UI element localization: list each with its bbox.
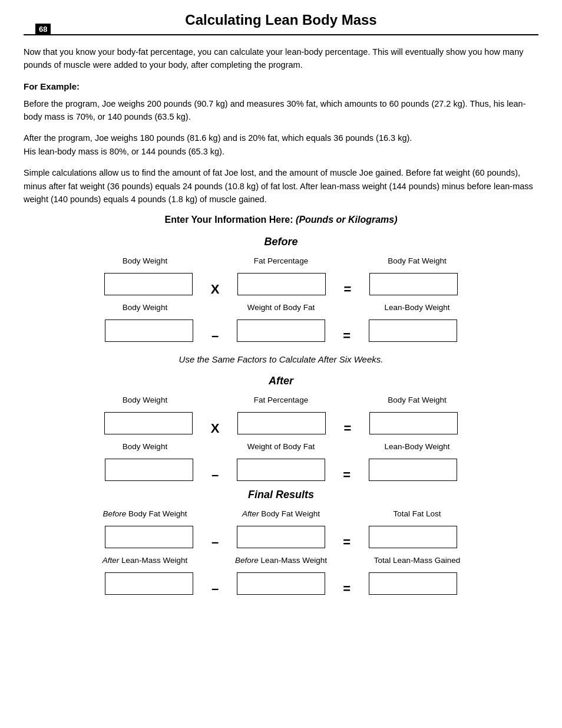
final-row1-operator: – [211,535,219,550]
before-title: Before [24,236,538,248]
after-fat-percentage-input[interactable] [237,412,326,434]
after-row2-col2-label: Weight of Body Fat [247,442,315,451]
enter-info-header: Enter Your Information Here: (Pounds or … [24,215,538,225]
final-before-fat-weight-input[interactable] [105,526,193,548]
after-row1-labels: Body Weight Fat Percentage Body Fat Weig… [24,396,538,407]
after-row1-col1-label: Body Weight [123,396,167,404]
final-row2-inputs: – = [24,571,538,597]
final-results-section: Final Results Before Body Fat Weight Aft… [24,489,538,597]
final-before-lean-mass-input[interactable] [237,572,325,595]
title-divider [24,34,538,35]
after-lean-body-weight-input[interactable] [369,459,457,481]
before-section: Before Body Weight Fat Percentage Body F… [24,236,538,344]
example-paragraph-3: Simple calculations allow us to find the… [24,166,538,206]
page-title: Calculating Lean Body Mass [24,12,538,28]
final-row2-equals: = [343,581,351,597]
final-row2-col1-label: After Lean-Mass Weight [103,556,188,565]
before-row1-labels: Body Weight Fat Percentage Body Fat Weig… [24,256,538,268]
final-row1-equals: = [343,535,351,550]
final-row1-col2-label: After Body Fat Weight [242,509,320,518]
page-number: 68 [35,24,51,35]
after-weight-of-body-fat-input[interactable] [237,459,325,481]
final-total-fat-lost-input[interactable] [369,526,457,548]
before-row2-operator: – [211,328,219,344]
final-row2-col2-label: Before Lean-Mass Weight [235,556,327,565]
before-body-fat-weight-input[interactable] [369,273,458,295]
intro-paragraph: Now that you know your body-fat percenta… [24,46,538,72]
final-row1-col3-label: Total Fat Lost [393,509,441,518]
after-section: After Body Weight Fat Percentage Body Fa… [24,375,538,483]
after-body-weight-2-input[interactable] [105,459,193,481]
after-row1-col3-label: Body Fat Weight [388,396,447,404]
example-paragraph-2: After the program, Joe weighs 180 pounds… [24,131,538,158]
final-after-fat-weight-input[interactable] [237,526,325,548]
after-row1-equals: = [343,421,351,436]
final-row2-labels: After Lean-Mass Weight Before Lean-Mass … [24,556,538,567]
before-body-weight-input[interactable] [104,273,193,295]
after-row2-equals: = [343,467,351,483]
before-row1-col3-label: Body Fat Weight [388,256,447,265]
after-row2-labels: Body Weight Weight of Body Fat Lean-Body… [24,442,538,453]
before-row1-operator: X [211,282,220,297]
before-row1-col1-label: Body Weight [123,256,167,265]
after-row2-col3-label: Lean-Body Weight [385,442,450,451]
after-title: After [24,375,538,387]
after-body-fat-weight-input[interactable] [369,412,458,434]
before-fat-percentage-input[interactable] [237,273,326,295]
before-row1-col2-label: Fat Percentage [254,256,308,265]
before-row2-equals: = [343,328,351,344]
example-paragraph-1: Before the program, Joe weighs 200 pound… [24,97,538,124]
final-total-lean-mass-gained-input[interactable] [369,572,457,595]
final-row1-col1-label: Before Body Fat Weight [103,509,187,518]
before-row1-inputs: X = [24,271,538,297]
final-row1-inputs: – = [24,524,538,550]
after-row2-col1-label: Body Weight [123,442,167,451]
final-row2-operator: – [211,581,219,597]
before-row2-labels: Body Weight Weight of Body Fat Lean-Body… [24,303,538,314]
after-row1-col2-label: Fat Percentage [254,396,308,404]
before-row2-col3-label: Lean-Body Weight [385,303,450,312]
after-row2-inputs: – = [24,457,538,483]
before-row2-col1-label: Body Weight [123,303,167,312]
after-row2-operator: – [211,467,219,483]
final-row1-labels: Before Body Fat Weight After Body Fat We… [24,509,538,521]
after-row1-inputs: X = [24,410,538,436]
before-row1-equals: = [343,282,351,297]
before-row2-inputs: – = [24,318,538,344]
final-row2-col3-label: Total Lean-Mass Gained [374,556,460,565]
final-results-title: Final Results [24,489,538,501]
final-after-lean-mass-input[interactable] [105,572,193,595]
after-row1-operator: X [211,421,220,436]
for-example-heading: For Example: [24,81,538,91]
same-factors-text: Use the Same Factors to Calculate After … [24,354,538,364]
before-weight-of-body-fat-input[interactable] [237,319,325,342]
before-lean-body-weight-input[interactable] [369,319,457,342]
before-row2-col2-label: Weight of Body Fat [247,303,315,312]
before-body-weight-2-input[interactable] [105,319,193,342]
after-body-weight-input[interactable] [104,412,193,434]
